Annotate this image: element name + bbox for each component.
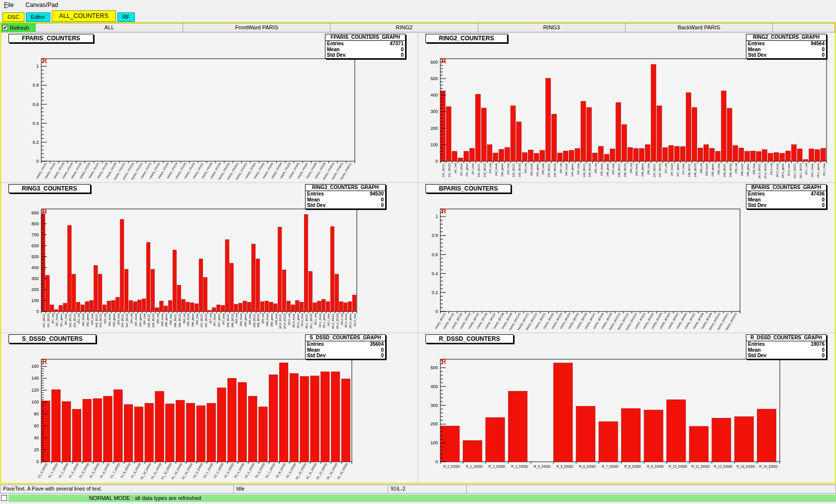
stats-box[interactable]: R_DSSD_COUNTERS_GRAPHEntries19076Mean0St… <box>746 334 827 359</box>
svg-text:S2_11_DSSD: S2_11_DSSD <box>306 462 317 480</box>
svg-text:2A1_red: 2A1_red <box>454 163 457 174</box>
stats-box[interactable]: FPARIS_COUNTERS_GRAPHEntries47371Mean0St… <box>325 34 406 59</box>
r-marker: R <box>42 207 47 215</box>
section-backward-paris[interactable]: BackWard PARIS <box>626 23 773 32</box>
svg-text:S1_4_DSSD: S1_4_DSSD <box>79 462 90 479</box>
svg-text:400: 400 <box>430 93 438 98</box>
svg-text:2A5_green: 2A5_green <box>606 163 609 177</box>
svg-text:S1_11_DSSD: S1_11_DSSD <box>150 462 162 480</box>
x-axis-labels: 3A1_BGO13A1_BGO23A1_red3A1_black3A1_gree… <box>41 311 357 329</box>
pad-ring3-counters[interactable]: RING3_COUNTERSRING3_COUNTERS_GRAPHEntrie… <box>1 183 418 332</box>
svg-text:3A3_BGO1: 3A3_BGO1 <box>95 313 98 327</box>
mode-bar: NORMAL MODE : all data types are refresh… <box>0 494 836 502</box>
svg-text:R_14_DSSD: R_14_DSSD <box>759 465 778 469</box>
svg-text:3A4_red: 3A4_red <box>130 313 133 324</box>
histogram-title[interactable]: RING3_COUNTERS <box>8 184 91 193</box>
svg-text:3A5_BGO1: 3A5_BGO1 <box>147 313 150 327</box>
stats-box[interactable]: BPARIS_COUNTERS_GRAPHEntries47436Mean0St… <box>746 184 827 209</box>
check-icon: ✔ <box>3 25 7 30</box>
svg-text:3A9_black: 3A9_black <box>266 313 269 326</box>
tab-editor[interactable]: Editor <box>26 12 50 22</box>
tab-bar: OSC Editor ALL_COUNTERS RF <box>0 10 836 22</box>
svg-text:2A11_red: 2A11_red <box>805 163 808 175</box>
section-spacer <box>773 23 835 32</box>
stats-stddev: Std Dev0 <box>746 52 826 58</box>
svg-text:100: 100 <box>31 298 39 303</box>
status-empty <box>467 485 836 494</box>
svg-text:3A4_black: 3A4_black <box>134 313 137 326</box>
svg-text:200: 200 <box>430 421 438 426</box>
svg-text:0: 0 <box>36 459 39 464</box>
svg-text:S2_12_DSSD: S2_12_DSSD <box>315 462 327 480</box>
section-ring3[interactable]: RING3 <box>478 23 626 32</box>
svg-text:2A10_green: 2A10_green <box>781 163 784 178</box>
svg-text:R_4_DSSD: R_4_DSSD <box>534 465 551 469</box>
section-ring2[interactable]: RING2 <box>330 23 478 32</box>
histogram-title[interactable]: R_DSSD_COUNTERS <box>425 334 514 343</box>
stats-title: BPARIS_COUNTERS_GRAPH <box>746 185 826 191</box>
pad-bparis-counters[interactable]: BPARIS_COUNTERSBPARIS_COUNTERS_GRAPHEntr… <box>418 183 835 332</box>
svg-text:600: 600 <box>31 243 39 248</box>
svg-text:R_3_DSSD: R_3_DSSD <box>511 465 528 469</box>
section-frontward-paris[interactable]: FrontWard PARIS <box>183 23 330 32</box>
stats-mean: Mean0 <box>746 197 826 203</box>
histogram-title[interactable]: S_DSSD_COUNTERS <box>8 334 96 343</box>
tab-osc[interactable]: OSC <box>2 12 24 22</box>
menu-canvas-pad[interactable]: Canvas/Pad <box>25 1 58 8</box>
stats-mean: Mean0 <box>306 347 385 353</box>
svg-text:3A3_blue: 3A3_blue <box>117 313 120 325</box>
svg-text:0.2: 0.2 <box>431 290 438 295</box>
pad-fparis-counters[interactable]: FPARIS_COUNTERSFPARIS_COUNTERS_GRAPHEntr… <box>1 33 418 182</box>
svg-text:S2_9_DSSD: S2_9_DSSD <box>286 462 297 479</box>
svg-text:2A3_blue: 2A3_blue <box>541 163 544 175</box>
svg-text:2A8_BGO1: 2A8_BGO1 <box>688 163 691 177</box>
pad-ring2-counters[interactable]: RING2_COUNTERSRING2_COUNTERS_GRAPHEntrie… <box>418 33 835 182</box>
stats-box[interactable]: S_DSSD_COUNTERS_GRAPHEntries35604Mean0St… <box>305 334 386 359</box>
svg-text:3A9_BGO2: 3A9_BGO2 <box>257 313 260 327</box>
svg-text:0.6: 0.6 <box>431 252 438 257</box>
section-all[interactable]: ALL <box>36 23 183 32</box>
svg-text:2A5_BGO1: 2A5_BGO1 <box>583 163 586 177</box>
svg-text:3A8_red: 3A8_red <box>235 313 238 324</box>
svg-text:0.4: 0.4 <box>32 121 39 126</box>
svg-text:2A3_black: 2A3_black <box>530 163 533 176</box>
svg-text:2A4_BGO1: 2A4_BGO1 <box>547 163 550 177</box>
svg-text:3A10_black: 3A10_black <box>292 313 295 328</box>
histogram-title[interactable]: FPARIS_COUNTERS <box>8 34 94 43</box>
svg-text:200: 200 <box>430 126 438 131</box>
refresh-toggle[interactable]: ✔ Refresh <box>1 23 36 32</box>
svg-text:2A7_blue: 2A7_blue <box>682 163 685 175</box>
histogram-title[interactable]: BPARIS_COUNTERS <box>425 184 511 193</box>
pad-r-dssd-counters[interactable]: R_DSSD_COUNTERSR_DSSD_COUNTERS_GRAPHEntr… <box>418 333 835 483</box>
svg-text:2A4_red: 2A4_red <box>559 163 562 174</box>
svg-text:400: 400 <box>430 384 438 389</box>
svg-text:3A8_blue: 3A8_blue <box>248 313 251 325</box>
x-axis-labels: PARIS_FR1D1PARIS_FR1D2PARIS_FR1D3PARIS_F… <box>36 161 355 181</box>
svg-text:S1_9_DSSD: S1_9_DSSD <box>130 462 142 479</box>
svg-text:2A4_black: 2A4_black <box>565 163 568 176</box>
svg-text:3A11_BGO2: 3A11_BGO2 <box>310 313 313 329</box>
svg-text:160: 160 <box>31 364 39 369</box>
svg-text:2A9_BGO1: 2A9_BGO1 <box>723 163 726 177</box>
svg-text:R_2_DSSD: R_2_DSSD <box>489 465 506 469</box>
pad-s-dssd-counters[interactable]: S_DSSD_COUNTERSS_DSSD_COUNTERS_GRAPHEntr… <box>1 333 418 483</box>
refresh-checkbox[interactable]: ✔ <box>2 25 8 30</box>
svg-text:3A6_blue: 3A6_blue <box>196 313 199 325</box>
svg-text:300: 300 <box>31 276 39 281</box>
svg-text:1: 1 <box>36 64 39 69</box>
svg-text:S2_5_DSSD: S2_5_DSSD <box>244 462 256 479</box>
tab-rf[interactable]: RF <box>117 12 135 22</box>
menu-file[interactable]: File <box>4 1 13 8</box>
svg-text:S2_8_DSSD: S2_8_DSSD <box>275 462 287 479</box>
svg-text:2A8_black: 2A8_black <box>705 163 708 176</box>
svg-text:0.8: 0.8 <box>431 233 438 238</box>
stats-box[interactable]: RING2_COUNTERS_GRAPHEntries94564Mean0Std… <box>746 34 827 59</box>
mode-checkbox[interactable] <box>1 495 7 501</box>
svg-text:600: 600 <box>430 60 438 65</box>
histogram-title[interactable]: RING2_COUNTERS <box>425 34 508 43</box>
tab-all-counters[interactable]: ALL_COUNTERS <box>52 10 116 22</box>
svg-text:100: 100 <box>430 440 438 445</box>
r-marker: R <box>441 358 446 365</box>
stats-box[interactable]: RING3_COUNTERS_GRAPHEntries94530Mean0Std… <box>305 184 386 209</box>
svg-text:3A7_BGO1: 3A7_BGO1 <box>200 313 203 327</box>
